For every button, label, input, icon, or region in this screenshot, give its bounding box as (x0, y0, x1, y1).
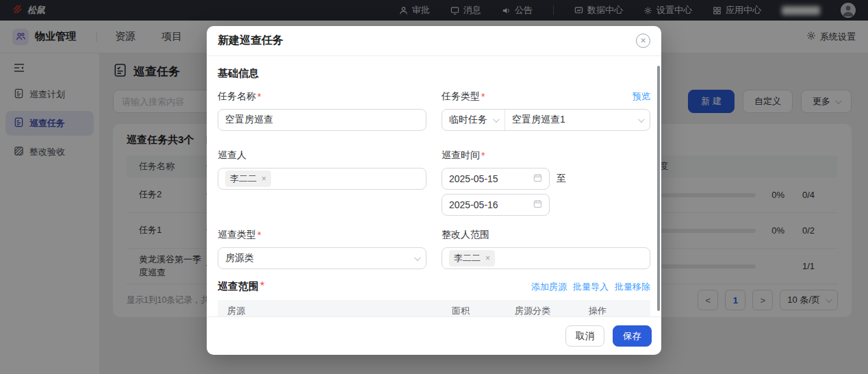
inspection-scope-label: 巡查范围 (218, 280, 259, 293)
preview-link[interactable]: 预览 (633, 90, 650, 103)
inspection-time-label: 巡查时间 (442, 149, 480, 162)
chevron-down-icon (414, 254, 421, 261)
task-type-select[interactable]: 临时任务 空置房巡查1 (442, 109, 650, 131)
chevron-down-icon (493, 116, 500, 123)
inspector-tag: 李二二 × (225, 171, 271, 187)
inspection-type-select[interactable]: 房源类 (218, 247, 426, 269)
add-house-link[interactable]: 添加房源 (531, 281, 567, 293)
start-date-picker[interactable]: 2025-05-15 (442, 168, 550, 190)
remove-tag-icon[interactable]: × (485, 253, 490, 263)
modal-body: 基础信息 任务名称* 任务类型* 预览 临时任务 空置房巡查1 巡查人 (207, 56, 661, 316)
rectifier-tag: 李二二 × (449, 250, 495, 266)
inspector-label: 巡查人 (218, 149, 246, 162)
new-inspection-task-modal: 新建巡查任务 × 基础信息 任务名称* 任务类型* 预览 临时任务 空置房巡查1 (207, 26, 661, 355)
task-type-category-select[interactable]: 临时任务 (442, 110, 505, 130)
save-button[interactable]: 保存 (613, 325, 652, 347)
inspector-select[interactable]: 李二二 × (218, 168, 426, 190)
rectifier-select[interactable]: 李二二 × (442, 247, 650, 269)
close-icon[interactable]: × (636, 34, 650, 48)
task-name-input[interactable] (218, 109, 426, 131)
chevron-down-icon (638, 116, 645, 123)
modal-title: 新建巡查任务 (218, 34, 283, 48)
modal-scrollbar[interactable] (657, 66, 660, 311)
remove-tag-icon[interactable]: × (261, 174, 266, 184)
rectifier-scope-label: 整改人范围 (442, 229, 489, 241)
date-range-to-label: 至 (557, 173, 566, 185)
calendar-icon (533, 199, 542, 210)
task-name-label: 任务名称 (218, 90, 256, 103)
task-type-label: 任务类型 (442, 90, 480, 103)
batch-import-link[interactable]: 批量导入 (573, 281, 609, 293)
end-date-picker[interactable]: 2025-05-16 (442, 194, 550, 216)
task-type-template-select[interactable]: 空置房巡查1 (505, 110, 650, 130)
cancel-button[interactable]: 取消 (565, 325, 604, 347)
inspection-type-label: 巡查类型 (218, 229, 256, 241)
batch-remove-link[interactable]: 批量移除 (615, 281, 650, 293)
calendar-icon (533, 173, 542, 184)
scope-table-header: 房源 面积 房源分类 操作 (218, 300, 650, 316)
basic-info-section-title: 基础信息 (218, 67, 650, 80)
